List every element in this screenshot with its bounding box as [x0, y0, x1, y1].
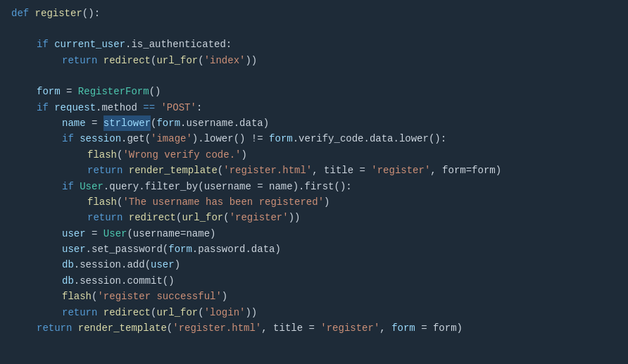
code-line: return redirect(url_for('index'))	[0, 53, 628, 68]
code-line	[0, 21, 628, 37]
code-editor: def register(): if current_user.is_authe…	[0, 0, 628, 364]
code-line: def register():	[0, 6, 628, 21]
code-line: user = User(username=name)	[0, 226, 628, 241]
code-line: db.session.add(user)	[0, 257, 628, 272]
code-line: return redirect(url_for('login'))	[0, 305, 628, 320]
code-line: return render_template('register.html', …	[0, 320, 628, 336]
code-line: if request.method == 'POST':	[0, 100, 628, 115]
code-line	[0, 68, 628, 84]
code-line: user.set_password(form.password.data)	[0, 241, 628, 257]
code-line: flash('Wrong verify code.')	[0, 147, 628, 163]
code-line: return redirect(url_for('register'))	[0, 210, 628, 225]
code-line: flash('The username has been registered'…	[0, 194, 628, 210]
code-line: if User.query.filter_by(username = name)…	[0, 179, 628, 194]
code-line: form = RegisterForm()	[0, 84, 628, 99]
code-line: name = strlower(form.username.data)	[0, 115, 628, 131]
code-line: if current_user.is_authenticated:	[0, 37, 628, 52]
code-line: flash('register successful')	[0, 289, 628, 304]
code-line: return render_template('register.html', …	[0, 163, 628, 178]
code-line: if session.get('image').lower() != form.…	[0, 131, 628, 146]
code-line: db.session.commit()	[0, 273, 628, 289]
